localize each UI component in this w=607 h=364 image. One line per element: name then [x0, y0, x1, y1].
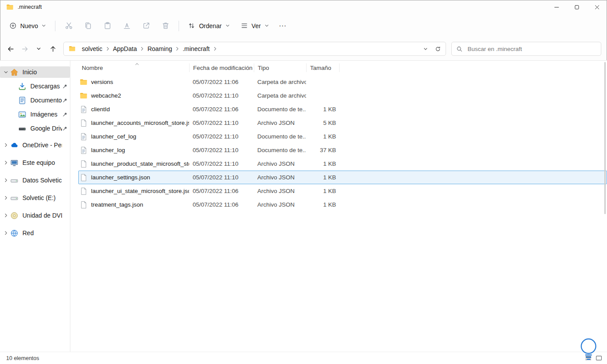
file-row[interactable]: launcher_product_state_microsoft_store.j…	[78, 157, 607, 171]
sidebar-item-onedrive[interactable]: OneDrive - Personal	[0, 139, 70, 151]
file-type: Archivo JSON	[254, 120, 306, 126]
copy-button[interactable]	[79, 18, 97, 34]
file-date: 05/07/2022 11:06	[189, 188, 254, 194]
sidebar-item-dvd[interactable]: Unidad de DVD (D:)	[0, 210, 70, 221]
icons-view-icon	[595, 354, 603, 362]
new-button-label: Nuevo	[20, 22, 38, 29]
back-button[interactable]	[4, 42, 18, 56]
vertical-scrollbar[interactable]	[604, 62, 606, 214]
expander-chevron-icon[interactable]	[3, 178, 9, 183]
scissors-icon	[65, 22, 73, 30]
home-icon	[10, 68, 18, 76]
sidebar-item-label: Unidad de DVD (D:)	[22, 212, 62, 219]
titlebar-left: .minecraft	[6, 4, 42, 11]
file-date: 05/07/2022 11:06	[189, 106, 254, 113]
see-more-button[interactable]: ...	[275, 18, 291, 34]
file-row[interactable]: treatment_tags.json 05/07/2022 11:06 Arc…	[78, 198, 607, 211]
expander-chevron-icon[interactable]	[3, 160, 9, 165]
file-date: 05/07/2022 11:10	[189, 160, 254, 167]
sidebar-item-imagenes[interactable]: Imágenes	[0, 109, 70, 120]
share-button[interactable]	[137, 18, 155, 34]
trash-icon	[161, 22, 170, 30]
copy-icon	[84, 22, 92, 30]
expander-chevron-icon[interactable]	[3, 213, 9, 218]
view-list-icon	[241, 22, 248, 29]
chevron-right-icon[interactable]	[212, 46, 218, 51]
recent-locations-button[interactable]	[32, 42, 46, 56]
text-doc-icon	[80, 146, 88, 154]
sort-button[interactable]: Ordenar	[183, 18, 234, 33]
file-name: launcher_log	[91, 147, 125, 153]
file-row[interactable]: clientId 05/07/2022 11:06 Documento de t…	[78, 102, 607, 116]
share-icon	[142, 22, 150, 30]
text-doc-icon	[80, 133, 88, 141]
details-view-button[interactable]	[583, 353, 593, 363]
maximize-button[interactable]	[567, 0, 587, 14]
file-type: Archivo JSON	[254, 188, 306, 194]
file-list-pane: NombreFecha de modificaciónTipoTamaño ve…	[70, 61, 607, 352]
view-button[interactable]: Ver	[236, 18, 274, 33]
network-icon	[10, 229, 18, 237]
file-row[interactable]: launcher_ui_state_microsoft_store.json 0…	[78, 184, 607, 198]
file-row[interactable]: webcache2 05/07/2022 11:10 Carpeta de ar…	[78, 89, 607, 102]
breadcrumb: solveticAppDataRoaming.minecraft	[80, 44, 419, 54]
dvd-icon	[10, 211, 18, 220]
cut-button[interactable]	[59, 18, 78, 34]
breadcrumb-segment[interactable]: solvetic	[80, 44, 105, 54]
delete-button[interactable]	[156, 18, 175, 34]
view-button-label: Ver	[252, 22, 261, 29]
sidebar-item-red[interactable]: Red	[0, 227, 70, 239]
expander-chevron-icon[interactable]	[3, 142, 9, 148]
minimize-button[interactable]	[546, 0, 567, 14]
breadcrumb-segment[interactable]: AppData	[111, 44, 139, 54]
chevron-right-icon[interactable]	[139, 46, 145, 51]
large-icons-view-button[interactable]	[593, 353, 604, 363]
sidebar-item-google-drive[interactable]: Google Drive (G:	[0, 123, 70, 134]
column-header-fecha[interactable]: Fecha de modificación	[189, 63, 254, 72]
column-header-tamano[interactable]: Tamaño	[306, 63, 340, 72]
folder-icon	[6, 4, 14, 11]
column-header-nombre[interactable]: Nombre	[78, 63, 189, 72]
file-type: Carpeta de archivos	[254, 79, 306, 85]
file-name: versions	[91, 79, 113, 85]
chevron-right-icon[interactable]	[105, 46, 110, 51]
expander-chevron-icon[interactable]	[3, 69, 9, 75]
search-box[interactable]	[451, 42, 601, 56]
breadcrumb-segment[interactable]: Roaming	[145, 44, 174, 54]
file-row[interactable]: launcher_settings.json 05/07/2022 11:10 …	[78, 171, 607, 184]
sidebar-item-solvetic[interactable]: Solvetic (E:)	[0, 192, 70, 204]
sidebar-item-datos-solvetic[interactable]: Datos Solvetic (F:)	[0, 175, 70, 186]
refresh-icon	[435, 46, 441, 52]
plus-circle-icon	[9, 22, 17, 29]
sidebar-item-descargas[interactable]: Descargas	[0, 80, 70, 92]
file-row[interactable]: launcher_accounts_microsoft_store.json 0…	[78, 116, 607, 130]
new-button[interactable]: Nuevo	[4, 18, 51, 33]
file-date: 05/07/2022 11:10	[189, 174, 254, 181]
breadcrumb-segment[interactable]: .minecraft	[180, 44, 212, 54]
file-row[interactable]: launcher_log 05/07/2022 11:10 Documento …	[78, 143, 607, 157]
column-header-label: Nombre	[82, 65, 103, 71]
close-button[interactable]	[587, 0, 607, 14]
refresh-button[interactable]	[431, 43, 444, 55]
chevron-right-icon[interactable]	[175, 46, 180, 51]
sidebar-item-este-equipo[interactable]: Este equipo	[0, 157, 70, 168]
address-dropdown-button[interactable]	[419, 43, 431, 55]
file-row[interactable]: launcher_cef_log 05/07/2022 11:10 Docume…	[78, 130, 607, 143]
paste-button[interactable]	[98, 18, 117, 34]
rename-button[interactable]	[117, 18, 136, 34]
forward-button[interactable]	[18, 42, 32, 56]
computer-icon	[10, 159, 18, 167]
toolbar-separator	[55, 21, 55, 31]
up-button[interactable]	[46, 42, 60, 56]
search-input[interactable]	[467, 45, 596, 53]
sidebar-item-inicio[interactable]: Inicio	[0, 66, 70, 78]
window-title: .minecraft	[18, 4, 42, 10]
sidebar-item-documentos[interactable]: Documentos	[0, 95, 70, 106]
json-file-icon	[80, 174, 88, 182]
expander-chevron-icon[interactable]	[3, 195, 9, 200]
file-row[interactable]: versions 05/07/2022 11:06 Carpeta de arc…	[78, 75, 607, 89]
sidebar-item-label: Solvetic (E:)	[22, 194, 62, 201]
address-bar[interactable]: solveticAppDataRoaming.minecraft	[63, 42, 446, 56]
column-header-tipo[interactable]: Tipo	[254, 63, 306, 72]
expander-chevron-icon[interactable]	[3, 230, 9, 236]
